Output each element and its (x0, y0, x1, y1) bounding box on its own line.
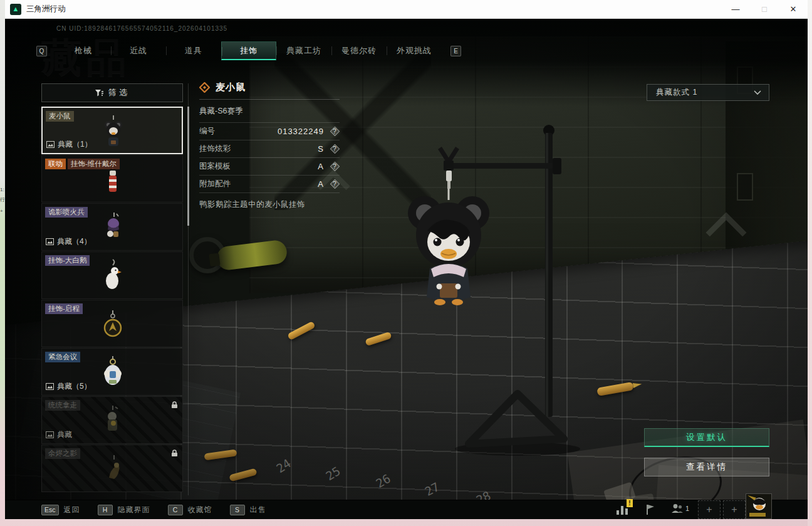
social-count: 1 (685, 505, 689, 512)
item-label: 麦小鼠 (46, 111, 74, 122)
detail-row-serial: 编号 013322249 ? (199, 123, 340, 140)
row-label: 挂饰炫彩 (199, 144, 318, 154)
item-label: 挂饰-维什戴尔 (68, 159, 120, 169)
shortcut-label: 返回 (64, 505, 80, 515)
item-label: 诡影喷火兵 (45, 207, 88, 218)
app-logo-icon: ▲ (10, 4, 21, 15)
tab-melee[interactable]: 近战 (111, 41, 166, 60)
report-button[interactable] (644, 503, 657, 518)
item-label: 紧急会议 (45, 352, 80, 362)
collection-frame-icon (46, 431, 54, 438)
help-icon[interactable]: ? (330, 179, 340, 189)
list-item-emergency-meeting[interactable]: 紧急会议 典藏（5） (41, 348, 183, 396)
filter-button[interactable]: 筛选 (41, 83, 183, 102)
set-default-button[interactable]: 设置默认 (644, 428, 769, 447)
team-slot-add-button[interactable]: + (723, 500, 746, 519)
charm-thumbnail (95, 113, 132, 150)
shortcut-hide-ui[interactable]: H 隐藏界面 (98, 505, 150, 515)
minimize-button[interactable]: — (721, 0, 750, 18)
filter-icon (95, 89, 103, 97)
shortcut-label: 隐藏界面 (118, 505, 150, 515)
collection-count: 典藏 (57, 429, 72, 440)
desktop-edge-bottom (0, 519, 812, 526)
item-label: 统统拿走 (45, 400, 80, 411)
edge-text-fragment: 1: (0, 187, 4, 192)
social-button[interactable]: 1 (670, 503, 684, 517)
list-item-goose[interactable]: 挂饰-大白鹅 (41, 251, 183, 299)
charm-thumbnail (94, 209, 132, 246)
list-item-ember-shadow[interactable]: 余烬之影 (41, 444, 183, 492)
tab-mandel-brick[interactable]: 曼德尔砖 (331, 41, 387, 60)
close-button[interactable]: ✕ (779, 0, 808, 18)
shortcut-sell[interactable]: S 出售 (230, 505, 266, 515)
charm-thumbnail (94, 402, 132, 439)
charm-description: 鸭影鹅踪主题中的麦小鼠挂饰 (199, 193, 340, 210)
list-item-take-it-all[interactable]: 统统拿走 典藏 (41, 396, 183, 444)
help-icon[interactable]: ? (330, 162, 340, 172)
screen: 1: 行 + ▲ 三角洲行动 — □ ✕ 24 25 26 27 28 (0, 0, 812, 526)
shortcut-back[interactable]: Esc 返回 (41, 505, 80, 515)
window-title: 三角洲行动 (26, 4, 66, 14)
list-item-flametrooper[interactable]: 诡影喷火兵 典藏（4） (41, 203, 183, 251)
player-avatar[interactable] (746, 493, 772, 519)
collection-frame-icon (46, 141, 55, 148)
list-item-maixiaoshu[interactable]: 麦小鼠 典藏（1） (41, 107, 183, 154)
charm-thumbnail (94, 305, 132, 343)
next-tab-keyhint: E (450, 46, 461, 56)
style-dropdown[interactable]: 典藏款式 1 (647, 84, 769, 101)
detail-row-accessory: 附加配件 A ? (199, 176, 340, 193)
tab-collection-workshop[interactable]: 典藏工坊 (276, 41, 331, 60)
item-label: 余烬之影 (45, 448, 80, 459)
help-icon[interactable]: ? (330, 144, 340, 154)
desktop-edge-left: 1: 行 + (0, 0, 5, 526)
shortcut-gallery[interactable]: C 收藏馆 (168, 505, 212, 515)
charm-detail-panel: 麦小鼠 典藏-S6赛季 编号 013322249 ? 挂饰炫彩 S ? 图案模板… (199, 82, 340, 210)
stats-button[interactable]: ! (615, 503, 630, 518)
game-viewport: 24 25 26 27 28 (5, 19, 808, 519)
chevron-down-icon (754, 90, 761, 95)
tab-charms[interactable]: 挂饰 (221, 41, 276, 60)
view-details-button[interactable]: 查看详情 (644, 458, 769, 476)
collection-count: 典藏（4） (57, 236, 91, 247)
item-label: 挂饰-大白鹅 (45, 255, 90, 266)
shortcut-label: 出售 (250, 505, 266, 515)
style-dropdown-value: 典藏款式 1 (647, 87, 754, 98)
key-chip: H (98, 505, 113, 515)
filter-label: 筛选 (108, 87, 130, 98)
collection-frame-icon (46, 238, 54, 245)
row-value: A (318, 162, 324, 171)
tab-items[interactable]: 道具 (166, 41, 221, 60)
lock-icon (170, 401, 179, 409)
collection-count: 典藏（1） (58, 139, 92, 150)
flag-icon (644, 503, 657, 515)
maximize-button[interactable]: □ (750, 0, 779, 18)
key-chip: S (230, 505, 245, 515)
category-tabbar: Q 枪械 近战 道具 挂饰 典藏工坊 曼德尔砖 外观挑战 E (36, 41, 461, 60)
detail-row-pattern: 图案模板 A ? (199, 158, 340, 176)
tab-guns[interactable]: 枪械 (56, 41, 111, 60)
collection-frame-icon (46, 383, 54, 390)
avatar-duck-image (746, 494, 771, 518)
collab-badge: 联动 (45, 159, 66, 169)
charm-thumbnail (94, 257, 132, 295)
team-slot-add-button[interactable]: + (698, 500, 721, 519)
charm-thumbnail (94, 450, 132, 488)
key-chip: C (168, 505, 183, 515)
list-item-wishadel[interactable]: 联动 挂饰-维什戴尔 (41, 155, 183, 203)
collection-count: 典藏（5） (57, 381, 91, 392)
list-scrollbar-thumb[interactable] (187, 107, 189, 226)
list-item-departure[interactable]: 挂饰-启程 (41, 300, 183, 347)
key-chip: Esc (41, 505, 59, 515)
tab-appearance-challenge[interactable]: 外观挑战 (387, 41, 442, 60)
row-label: 编号 (199, 126, 278, 137)
charm-rarity-icon (199, 82, 210, 93)
row-value: A (318, 179, 324, 189)
detail-row-colorway: 挂饰炫彩 S ? (199, 140, 340, 158)
lock-icon (170, 449, 179, 457)
uid-text: CN UID:1892846176565574052116_2026041013… (56, 25, 227, 32)
charm-thumbnail (94, 354, 132, 391)
row-value: S (318, 144, 324, 154)
row-value: 013322249 (278, 127, 324, 136)
people-icon (670, 503, 684, 514)
help-icon[interactable]: ? (330, 127, 340, 137)
